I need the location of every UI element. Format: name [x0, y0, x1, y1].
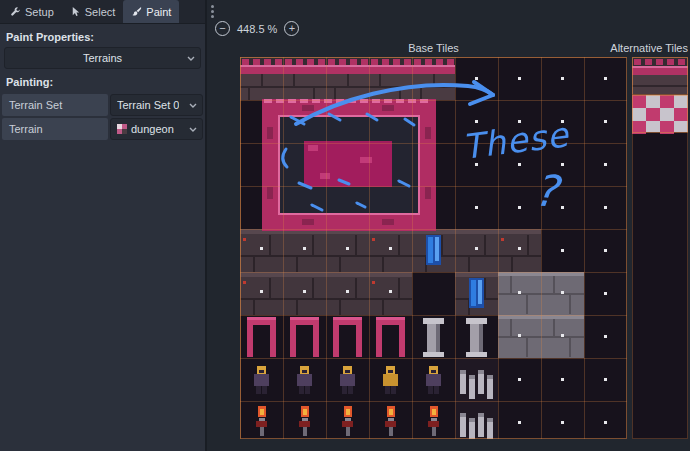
zoom-out-button[interactable]: −	[215, 21, 230, 36]
terrain-row: Terrain dungeon	[2, 118, 203, 140]
terrain-label: Terrain	[2, 118, 108, 140]
tileset-editor-window: Setup Select Paint Paint Properties: Ter…	[0, 0, 690, 451]
cursor-icon	[70, 6, 81, 17]
paint-brush-icon	[131, 6, 142, 17]
wrench-icon	[10, 6, 21, 17]
zoom-value: 448.5 %	[237, 23, 277, 35]
tab-setup-label: Setup	[25, 6, 54, 18]
terrain-value: dungeon	[131, 123, 174, 135]
atlas-view-panel: − 448.5 % + Base Tiles Alternative Tiles	[207, 0, 690, 451]
chevron-down-icon	[189, 103, 197, 108]
tab-select[interactable]: Select	[62, 0, 124, 23]
zoom-controls: − 448.5 % +	[215, 21, 299, 36]
chevron-down-icon	[189, 127, 197, 132]
tab-paint-label: Paint	[146, 6, 171, 18]
alternative-tiles-label: Alternative Tiles	[610, 42, 688, 54]
tab-select-label: Select	[85, 6, 116, 18]
terrain-set-row: Terrain Set Terrain Set 0	[2, 94, 203, 116]
paint-mode-dropdown[interactable]: Terrains	[4, 47, 201, 69]
chevron-down-icon	[187, 56, 195, 61]
terrain-dropdown[interactable]: dungeon	[110, 118, 203, 140]
painting-heading: Painting:	[0, 69, 205, 92]
paint-mode-value: Terrains	[83, 52, 122, 64]
splitter-grabber-icon[interactable]	[208, 3, 217, 19]
paint-properties-heading: Paint Properties:	[0, 24, 205, 47]
tab-setup[interactable]: Setup	[2, 0, 62, 23]
terrain-set-dropdown[interactable]: Terrain Set 0	[110, 94, 203, 116]
base-tiles-label: Base Tiles	[240, 42, 627, 54]
terrain-set-value: Terrain Set 0	[117, 99, 179, 111]
base-tiles-atlas[interactable]	[240, 57, 627, 439]
terrain-swatch-icon	[117, 124, 127, 134]
tab-paint[interactable]: Paint	[123, 0, 179, 23]
terrain-set-label: Terrain Set	[2, 94, 108, 116]
alternative-tiles-atlas[interactable]	[632, 57, 688, 439]
zoom-in-button[interactable]: +	[284, 21, 299, 36]
mode-tabbar: Setup Select Paint	[0, 0, 205, 24]
paint-properties-panel: Setup Select Paint Paint Properties: Ter…	[0, 0, 205, 451]
